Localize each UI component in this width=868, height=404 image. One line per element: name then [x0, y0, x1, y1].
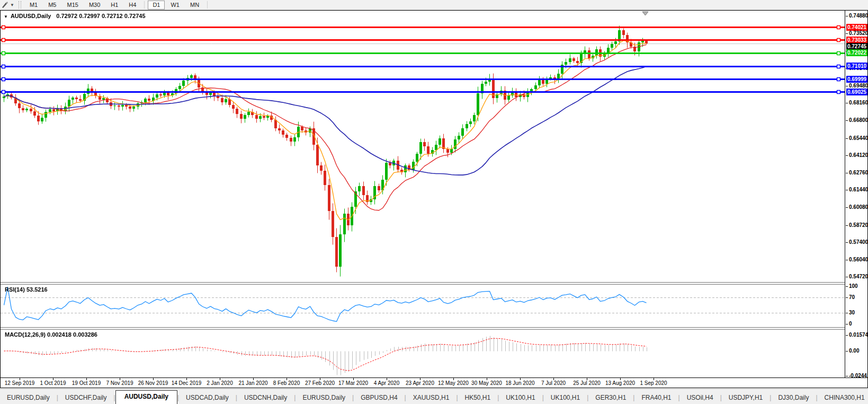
- toolbar-grip[interactable]: [19, 1, 21, 8]
- rsi-tick-mark: [846, 286, 848, 287]
- macd-tick-label: 0.00: [849, 348, 859, 354]
- chart-tab-usdcad-daily[interactable]: USDCAD,Daily: [179, 392, 236, 404]
- price-tick-label: 0.56040: [849, 257, 868, 262]
- top-toolbar: ▼ M1M5M15M30H1H4D1W1MN: [0, 0, 868, 10]
- macd-tick-label: 0.015741: [849, 332, 868, 338]
- main-chart-canvas[interactable]: [1, 11, 845, 282]
- price-tick-mark: [846, 225, 848, 226]
- rsi-tick-label: 0: [849, 321, 852, 327]
- chart-tab-gbpusd-h4[interactable]: GBPUSD,H4: [354, 392, 404, 404]
- timeframe-button-h4[interactable]: H4: [124, 1, 141, 10]
- price-level-badge: 0.69999: [846, 76, 867, 83]
- price-axis[interactable]: 0.748800.735200.721600.708400.694800.681…: [845, 11, 867, 377]
- chart-tab-eurusd-daily[interactable]: EURUSD,Daily: [296, 392, 352, 404]
- macd-panel-canvas[interactable]: [1, 330, 845, 377]
- price-tick-label: 0.62760: [849, 170, 868, 175]
- chart-tab-uk100-h1[interactable]: UK100,H1: [544, 392, 587, 404]
- chart-tab-fra40-h1[interactable]: FRA40,H1: [634, 392, 678, 404]
- price-tick-mark: [846, 33, 848, 34]
- price-tick-mark: [846, 120, 848, 121]
- chart-tab-usdchf-daily[interactable]: USDCHF,Daily: [58, 392, 114, 404]
- price-tick-label: 0.60080: [849, 204, 868, 210]
- price-tick-mark: [846, 138, 848, 139]
- macd-label: MACD(12,26,9) 0.002418 0.003286: [5, 331, 97, 338]
- rsi-tick-label: 100: [849, 283, 858, 289]
- rsi-tick-label: 70: [849, 294, 855, 300]
- cursor-tool-icon[interactable]: [1, 1, 10, 8]
- timeframe-button-m5[interactable]: M5: [43, 1, 61, 10]
- price-tick-mark: [846, 155, 848, 156]
- window-menu-icon[interactable]: ▼: [4, 14, 8, 19]
- price-tick-mark: [846, 16, 848, 16]
- chart-tab-hk50-h1[interactable]: HK50,H1: [458, 392, 498, 404]
- chart-tab-usdcnh-daily[interactable]: USDCNH,Daily: [237, 392, 294, 404]
- macd-tick-mark: [846, 351, 848, 352]
- price-tick-label: 0.61440: [849, 187, 868, 192]
- chart-tab-ger30-h1[interactable]: GER30,H1: [588, 392, 633, 404]
- chart-window: ▼AUDUSD,Daily0.72972 0.72997 0.72712 0.7…: [0, 10, 868, 388]
- rsi-panel-canvas[interactable]: [1, 285, 845, 327]
- chart-tab-usoil-h4[interactable]: USOil,H4: [680, 392, 720, 404]
- chart-ohlc-values: 0.72972 0.72997 0.72712 0.72745: [56, 13, 145, 19]
- price-tick-mark: [846, 277, 848, 277]
- timeframe-toolbar: M1M5M15M30H1H4D1W1MN: [24, 1, 210, 10]
- price-tick-mark: [846, 86, 848, 86]
- rsi-label: RSI(14) 53.5216: [5, 286, 48, 293]
- price-tick-label: 0.66800: [849, 117, 868, 123]
- timeframe-button-m15[interactable]: M15: [62, 1, 83, 10]
- price-tick-label: 0.73520: [849, 30, 868, 36]
- price-tick-mark: [846, 260, 848, 260]
- metatrader-window: ▼ M1M5M15M30H1H4D1W1MN ▼AUDUSD,Daily0.72…: [0, 0, 868, 404]
- rsi-tick-mark: [846, 313, 848, 313]
- price-level-badge: 0.74021: [846, 24, 867, 31]
- chart-tabs: EURUSD,Daily|USDCHF,Daily|AUDUSD,Daily|U…: [0, 390, 868, 404]
- chart-tab-xauusd-h1[interactable]: XAUUSD,H1: [406, 392, 457, 404]
- price-level-badge: 0.69025: [846, 89, 867, 95]
- chart-title: ▼AUDUSD,Daily0.72972 0.72997 0.72712 0.7…: [4, 13, 146, 19]
- chart-tab-dj30-daily[interactable]: DJ30,Daily: [771, 392, 816, 404]
- price-tick-label: 0.57400: [849, 239, 868, 245]
- timeframe-button-m30[interactable]: M30: [84, 1, 105, 10]
- chart-symbol-label: AUDUSD,Daily: [11, 13, 51, 19]
- price-tick-mark: [846, 242, 848, 243]
- chart-tab-eurusd-daily[interactable]: EURUSD,Daily: [0, 392, 57, 404]
- rsi-tick-mark: [846, 324, 848, 324]
- price-tick-label: 0.69480: [849, 83, 868, 89]
- chart-tab-usdjpy-h1[interactable]: USDJPY,H1: [722, 392, 769, 404]
- price-tick-label: 0.64120: [849, 152, 868, 158]
- price-tick-mark: [846, 207, 848, 208]
- timeframe-separator: [207, 1, 208, 8]
- price-tick-mark: [846, 173, 848, 173]
- dropdown-caret-icon[interactable]: ▼: [10, 3, 14, 7]
- price-tick-mark: [846, 103, 848, 103]
- price-level-badge: 0.72022: [846, 49, 867, 56]
- price-level-badge: 0.71010: [846, 63, 867, 69]
- date-label: 1 Sep 2020: [631, 380, 676, 386]
- chart-tab-china300-h1[interactable]: CHINA300,H1: [818, 392, 868, 404]
- timeframe-separator: [144, 1, 145, 8]
- chart-tab-audusd-daily[interactable]: AUDUSD,Daily: [115, 390, 177, 404]
- price-tick-label: 0.58720: [849, 222, 868, 228]
- price-tick-label: 0.68160: [849, 100, 868, 106]
- timeframe-button-m1[interactable]: M1: [25, 1, 42, 10]
- macd-tick-mark: [846, 335, 848, 336]
- chart-tab-bar: EURUSD,Daily|USDCHF,Daily|AUDUSD,Daily|U…: [0, 389, 868, 404]
- price-tick-mark: [846, 190, 848, 190]
- rsi-tick-label: 30: [849, 310, 855, 315]
- timeframe-button-h1[interactable]: H1: [106, 1, 123, 10]
- rsi-tick-mark: [846, 297, 848, 298]
- price-tick-label: 0.54720: [849, 274, 868, 279]
- price-tick-label: 0.74880: [849, 13, 868, 19]
- timeframe-button-d1[interactable]: D1: [148, 1, 165, 10]
- macd-tick-mark: [846, 376, 848, 376]
- price-tick-label: 0.65440: [849, 135, 868, 141]
- timeframe-button-w1[interactable]: W1: [166, 1, 184, 10]
- timeframe-button-mn[interactable]: MN: [185, 1, 204, 10]
- date-axis[interactable]: 12 Sep 20191 Oct 201919 Oct 20197 Nov 20…: [1, 377, 867, 388]
- chart-tab-uk100-h1[interactable]: UK100,H1: [499, 392, 542, 404]
